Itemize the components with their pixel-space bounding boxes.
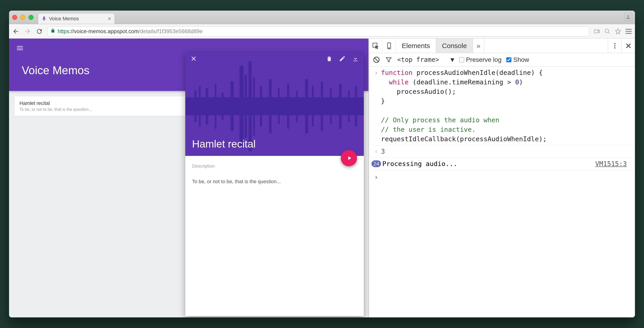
- svg-point-29: [614, 43, 615, 44]
- menu-button[interactable]: [626, 29, 632, 34]
- console-return-row: ‹ 3: [369, 145, 635, 158]
- close-devtools-button[interactable]: [622, 39, 635, 53]
- svg-point-30: [614, 45, 615, 46]
- browser-toolbar: https://voice-memos.appspot.com/details/…: [9, 24, 635, 39]
- svg-rect-4: [194, 90, 196, 122]
- reload-button[interactable]: [36, 28, 43, 35]
- browser-tab[interactable]: Voice Memos ✕: [38, 13, 115, 24]
- svg-rect-24: [348, 90, 350, 122]
- memo-detail-card: Hamlet recital Description To be, or not…: [185, 52, 364, 316]
- clear-console-button[interactable]: [373, 56, 380, 63]
- svg-rect-25: [355, 86, 357, 127]
- tab-elements[interactable]: Elements: [396, 39, 436, 53]
- filter-icon[interactable]: [385, 56, 392, 63]
- svg-rect-5: [199, 86, 201, 127]
- return-icon: ‹: [372, 147, 381, 156]
- tab-title: Voice Memos: [49, 16, 79, 22]
- svg-rect-17: [287, 84, 289, 129]
- description-text: To be, or not to be, that is the questio…: [192, 179, 357, 184]
- toolbar-right: [594, 28, 632, 35]
- console-code[interactable]: function processAudioWhenIdle(deadline) …: [381, 68, 632, 144]
- url: https://voice-memos.appspot.com/details/…: [58, 28, 203, 34]
- svg-rect-9: [230, 81, 234, 131]
- svg-rect-22: [330, 88, 332, 124]
- voice-memos-app: Voice Memos Hamlet recital To be, or not…: [9, 39, 368, 318]
- svg-rect-10: [240, 66, 244, 147]
- svg-rect-6: [206, 88, 208, 124]
- svg-rect-14: [260, 86, 262, 127]
- download-button[interactable]: [352, 55, 359, 63]
- minimize-window-button[interactable]: [20, 15, 25, 20]
- inspect-icon[interactable]: [369, 39, 382, 53]
- return-value: 3: [381, 147, 632, 156]
- prompt-icon: ›: [372, 68, 381, 144]
- devtools-panel: Elements Console » <top frame> ▼ Preserv…: [368, 39, 635, 318]
- delete-button[interactable]: [326, 55, 332, 63]
- app-title: Voice Memos: [22, 64, 90, 77]
- detail-header: Hamlet recital: [185, 52, 364, 156]
- svg-rect-20: [312, 86, 314, 127]
- tab-strip: Voice Memos ✕: [9, 10, 635, 24]
- close-tab-button[interactable]: ✕: [108, 16, 112, 21]
- svg-rect-18: [296, 90, 298, 122]
- tab-console[interactable]: Console: [436, 39, 473, 53]
- description-label: Description: [192, 164, 357, 169]
- svg-rect-3: [185, 97, 364, 115]
- show-checkbox[interactable]: Show: [506, 56, 529, 63]
- console-toolbar: <top frame> ▼ Preserve log Show: [369, 53, 635, 67]
- svg-rect-13: [253, 77, 255, 136]
- address-bar[interactable]: https://voice-memos.appspot.com/details/…: [48, 26, 589, 36]
- svg-point-1: [605, 29, 609, 32]
- svg-point-28: [389, 48, 389, 48]
- detail-body: Description To be, or not to be, that is…: [185, 156, 364, 192]
- maximize-window-button[interactable]: [28, 15, 34, 20]
- forward-button[interactable]: [24, 28, 31, 35]
- frame-selector[interactable]: <top frame> ▼: [397, 56, 454, 63]
- log-source-link[interactable]: VM1515:3: [595, 159, 632, 168]
- profile-button[interactable]: [624, 13, 632, 21]
- console-output: › function processAudioWhenIdle(deadline…: [369, 67, 635, 318]
- bookmark-icon[interactable]: [614, 28, 622, 35]
- chevron-down-icon: ▼: [450, 56, 454, 63]
- lock-icon: [50, 28, 55, 34]
- close-detail-button[interactable]: [190, 55, 197, 63]
- camera-icon[interactable]: [594, 28, 600, 34]
- console-prompt-row[interactable]: ›: [369, 170, 635, 184]
- content-area: Voice Memos Hamlet recital To be, or not…: [9, 39, 635, 318]
- device-icon[interactable]: [382, 39, 396, 53]
- svg-rect-16: [278, 88, 280, 124]
- svg-rect-0: [594, 30, 598, 33]
- devtools-tabbar: Elements Console »: [369, 39, 635, 53]
- svg-rect-15: [269, 79, 272, 133]
- svg-rect-21: [321, 81, 323, 131]
- prompt-icon: ›: [372, 172, 381, 182]
- play-button[interactable]: [341, 150, 357, 166]
- svg-rect-19: [305, 79, 308, 133]
- svg-rect-23: [339, 84, 342, 129]
- zoom-icon[interactable]: [604, 28, 610, 34]
- console-log-row: 24 Processing audio... VM1515:3: [369, 158, 635, 170]
- svg-rect-11: [244, 75, 247, 138]
- detail-actions: [185, 55, 364, 63]
- back-button[interactable]: [12, 28, 20, 35]
- svg-rect-7: [215, 84, 216, 129]
- kebab-icon[interactable]: [608, 39, 622, 53]
- close-window-button[interactable]: [12, 15, 17, 20]
- browser-window: Voice Memos ✕ https://voice-memos.appspo…: [9, 10, 635, 318]
- tabs-overflow-button[interactable]: »: [473, 39, 484, 53]
- svg-rect-8: [222, 93, 224, 120]
- window-controls: [12, 15, 34, 20]
- preserve-log-checkbox[interactable]: Preserve log: [459, 56, 502, 63]
- svg-point-31: [614, 47, 615, 48]
- microphone-icon: [41, 16, 47, 21]
- detail-title: Hamlet recital: [192, 138, 256, 150]
- edit-button[interactable]: [339, 55, 346, 63]
- log-count-badge: 24: [372, 161, 381, 167]
- hamburger-icon[interactable]: [16, 44, 24, 53]
- log-message: Processing audio...: [381, 159, 457, 168]
- console-input-row: › function processAudioWhenIdle(deadline…: [369, 67, 635, 145]
